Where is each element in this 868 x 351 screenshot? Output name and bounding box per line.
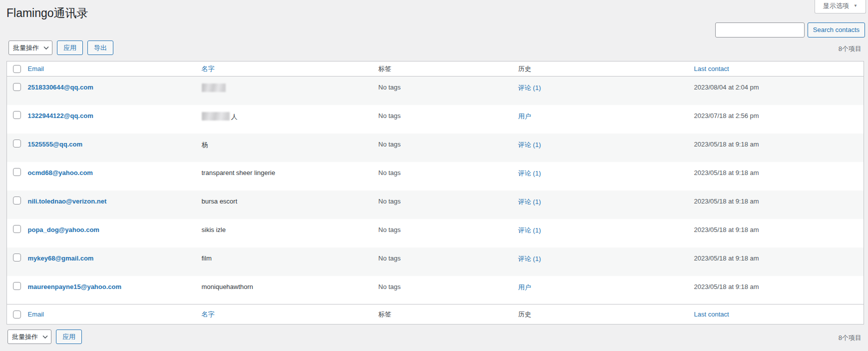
contact-email-link[interactable]: 1322944122@qq.com <box>28 112 93 120</box>
contact-history-link[interactable]: 评论 (1) <box>518 226 541 234</box>
contact-tags: No tags <box>374 276 513 304</box>
redacted-name-blur <box>202 112 230 120</box>
last-contact-date: 2023/07/18 at 2:56 pm <box>689 105 864 134</box>
row-checkbox[interactable] <box>13 168 21 176</box>
column-header-history: 历史 <box>518 65 531 72</box>
table-row: mykey68@gmail.com film No tags 评论 (1) 20… <box>7 248 864 276</box>
contact-tags: No tags <box>374 105 513 134</box>
contact-tags: No tags <box>374 219 513 248</box>
select-all-checkbox-bottom[interactable] <box>13 310 21 318</box>
apply-button-top[interactable]: 应用 <box>57 40 83 55</box>
column-footer-name[interactable]: 名字 <box>202 310 215 318</box>
items-count-top: 8个项目 <box>839 44 862 54</box>
contact-history-link[interactable]: 评论 (1) <box>518 141 541 148</box>
contact-tags: No tags <box>374 162 513 190</box>
column-footer-tags: 标签 <box>379 310 392 318</box>
column-footer-email[interactable]: Email <box>28 310 44 318</box>
contact-email-link[interactable]: 2518330644@qq.com <box>28 84 93 91</box>
column-header-tags: 标签 <box>379 65 392 72</box>
last-contact-date: 2023/05/18 at 9:18 am <box>689 190 864 219</box>
contact-name: 人 <box>197 105 374 134</box>
search-input[interactable] <box>715 22 805 38</box>
contact-history-link[interactable]: 用户 <box>518 112 531 120</box>
row-checkbox[interactable] <box>13 83 21 91</box>
table-row: ocmd68@yahoo.com transparent sheer linge… <box>7 162 864 190</box>
column-header-last-contact[interactable]: Last contact <box>694 65 729 72</box>
contact-name: moniquehawthorn <box>197 276 374 304</box>
contact-name: sikis izle <box>197 219 374 248</box>
page-title: Flamingo通讯录 <box>6 6 88 21</box>
contact-name: transparent sheer lingerie <box>197 162 374 190</box>
column-footer-history: 历史 <box>518 310 531 318</box>
contacts-tbody: 2518330644@qq.com No tags 评论 (1) 2023/08… <box>7 76 864 304</box>
row-checkbox[interactable] <box>13 111 21 119</box>
last-contact-date: 2023/05/18 at 9:18 am <box>689 219 864 248</box>
table-row: maureenpayne15@yahoo.com moniquehawthorn… <box>7 276 864 304</box>
toolbar-top: 批量操作 应用 导出 <box>8 40 113 55</box>
contact-email-link[interactable]: ocmd68@yahoo.com <box>28 169 93 176</box>
last-contact-date: 2023/05/18 at 9:18 am <box>689 134 864 162</box>
last-contact-date: 2023/05/18 at 9:18 am <box>689 248 864 276</box>
bulk-actions-select-bottom[interactable]: 批量操作 <box>7 330 51 344</box>
row-checkbox[interactable] <box>13 254 21 262</box>
bulk-actions-select-top[interactable]: 批量操作 <box>8 40 52 55</box>
redacted-name-blur <box>202 84 226 92</box>
row-checkbox[interactable] <box>13 140 21 148</box>
contact-tags: No tags <box>374 190 513 219</box>
contact-tags: No tags <box>374 76 513 105</box>
contact-name <box>197 76 374 105</box>
contact-name: film <box>197 248 374 276</box>
contact-email-link[interactable]: nili.tolednao@verizon.net <box>28 198 107 205</box>
contact-email-link[interactable]: maureenpayne15@yahoo.com <box>28 283 122 290</box>
select-all-checkbox-top[interactable] <box>13 65 21 73</box>
contact-tags: No tags <box>374 134 513 162</box>
table-row: 2518330644@qq.com No tags 评论 (1) 2023/08… <box>7 76 864 105</box>
contact-name: 杨 <box>197 134 374 162</box>
contact-name: bursa escort <box>197 190 374 219</box>
items-count-bottom: 8个项目 <box>839 334 862 342</box>
table-row: 1322944122@qq.com 人 No tags 用户 2023/07/1… <box>7 105 864 134</box>
last-contact-date: 2023/08/04 at 2:04 pm <box>689 76 864 105</box>
contact-history-link[interactable]: 评论 (1) <box>518 198 541 206</box>
column-footer-last-contact[interactable]: Last contact <box>694 310 729 318</box>
search-box: Search contacts <box>715 22 865 38</box>
contact-email-link[interactable]: mykey68@gmail.com <box>28 254 94 262</box>
table-row: nili.tolednao@verizon.net bursa escort N… <box>7 190 864 219</box>
contact-history-link[interactable]: 评论 (1) <box>518 170 541 177</box>
contact-email-link[interactable]: popa_dog@yahoo.com <box>28 226 99 234</box>
screen-options-label: 显示选项 <box>823 2 849 10</box>
table-row: popa_dog@yahoo.com sikis izle No tags 评论… <box>7 219 864 248</box>
apply-button-bottom[interactable]: 应用 <box>56 330 82 344</box>
contact-history-link[interactable]: 用户 <box>518 284 531 291</box>
export-button[interactable]: 导出 <box>87 40 113 55</box>
row-checkbox[interactable] <box>13 225 21 233</box>
chevron-down-icon: ▼ <box>854 4 858 8</box>
table-footer: Email 名字 标签 历史 Last contact <box>7 304 864 324</box>
column-header-email[interactable]: Email <box>28 65 44 72</box>
toolbar-bottom: 批量操作 应用 <box>7 330 82 344</box>
table-header: Email 名字 标签 历史 Last contact <box>7 62 864 76</box>
column-header-name[interactable]: 名字 <box>202 65 215 72</box>
contact-email-link[interactable]: 1525555@qq.com <box>28 140 83 148</box>
row-checkbox[interactable] <box>13 196 21 204</box>
flamingo-contacts-page: { "page": { "title": "Flamingo通讯录" }, "s… <box>0 0 868 351</box>
contact-tags: No tags <box>374 248 513 276</box>
contact-history-link[interactable]: 评论 (1) <box>518 255 541 262</box>
table-row: 1525555@qq.com 杨 No tags 评论 (1) 2023/05/… <box>7 134 864 162</box>
screen-options-button[interactable]: 显示选项 ▼ <box>815 0 866 14</box>
contacts-table: Email 名字 标签 历史 Last contact 2518330644@q… <box>6 61 864 324</box>
last-contact-date: 2023/05/18 at 9:18 am <box>689 276 864 304</box>
search-contacts-button[interactable]: Search contacts <box>808 22 865 38</box>
last-contact-date: 2023/05/18 at 9:18 am <box>689 162 864 190</box>
row-checkbox[interactable] <box>13 282 21 290</box>
contact-history-link[interactable]: 评论 (1) <box>518 84 541 92</box>
